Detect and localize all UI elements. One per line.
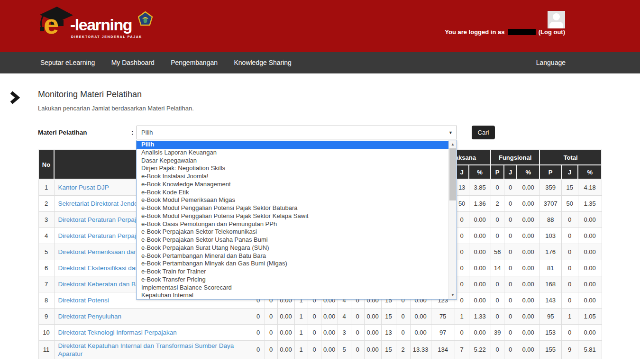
dropdown-option[interactable]: e-Book Kode Etik xyxy=(137,189,448,197)
elearning-logo[interactable]: e -learning DIREKTORAT JENDERAL PAJAK xyxy=(33,0,161,52)
value-cell: 14 xyxy=(491,260,504,276)
dropdown-option[interactable]: e-Book Modul Pemeriksaan Migas xyxy=(137,196,448,204)
row-number-cell: 4 xyxy=(38,228,54,244)
value-cell: 0.00 xyxy=(517,260,539,276)
row-number-cell: 2 xyxy=(38,195,54,211)
value-cell: 0.00 xyxy=(517,244,539,260)
value-cell: 0.00 xyxy=(410,308,431,324)
scroll-up-arrow-icon[interactable]: ▲ xyxy=(449,141,457,148)
table-row: 10Direktorat Teknologi Informasi Perpaja… xyxy=(38,324,602,340)
row-number-cell: 6 xyxy=(38,260,54,276)
value-cell: 81 xyxy=(539,260,561,276)
dropdown-option[interactable]: e-Book Train for Trainer xyxy=(137,268,448,276)
value-cell: 134 xyxy=(431,340,455,359)
dropdown-option[interactable]: Implementasi Balance Scorecard xyxy=(137,284,448,292)
cari-button[interactable]: Cari xyxy=(472,126,495,139)
dropdown-option[interactable]: e-Book Perpajakan Sektor Telekomunikasi xyxy=(137,228,448,236)
unit-link[interactable]: Sekretariat Direktorat Jenderal xyxy=(58,200,145,207)
dropdown-option[interactable]: e-Book Modul Penggalian Potensi Pajak Se… xyxy=(137,212,448,220)
value-cell: 0.00 xyxy=(469,324,491,340)
table-row: 11Direktorat Kepatuhan Internal dan Tran… xyxy=(38,340,602,359)
row-number-cell: 9 xyxy=(38,308,54,324)
dropdown-option[interactable]: e-Book Oasis Pemotongan dan Pemungutan P… xyxy=(137,220,448,228)
unit-link[interactable]: Direktorat Kepatuhan Internal dan Transf… xyxy=(58,342,234,357)
dropdown-option[interactable]: e-Book Instalasi Joomla! xyxy=(137,173,448,181)
value-cell: 0 xyxy=(265,308,277,324)
dropdown-option[interactable]: Pilih xyxy=(137,141,448,149)
dropdown-option[interactable]: e-Book Knowledge Management xyxy=(137,181,448,189)
dropdown-option[interactable]: Dasar Kepegawaian xyxy=(137,157,448,165)
sub-header: % xyxy=(517,165,539,179)
unit-link[interactable]: Direktorat Penyuluhan xyxy=(58,313,122,320)
dropdown-option[interactable]: Dirjen Pajak: Negotiation Skills xyxy=(137,164,448,173)
unit-link[interactable]: Direktorat Potensi xyxy=(58,297,109,304)
value-cell: 0.00 xyxy=(578,292,602,308)
value-cell: 0.00 xyxy=(517,324,539,340)
value-cell: 1 xyxy=(561,308,578,324)
value-cell: 0 xyxy=(455,324,469,340)
value-cell: 1.05 xyxy=(578,308,602,324)
sub-header: J xyxy=(561,165,578,179)
row-number-cell: 7 xyxy=(38,276,54,292)
scrollbar-thumb[interactable] xyxy=(449,148,456,200)
row-number-cell: 11 xyxy=(38,340,54,359)
nav-item-pengembangan[interactable]: Pengembangan xyxy=(164,52,225,73)
avatar[interactable] xyxy=(548,11,565,28)
value-cell: 1 xyxy=(294,308,308,324)
value-cell: 103 xyxy=(539,228,561,244)
value-cell: 0.00 xyxy=(469,292,491,308)
dropdown-option[interactable]: e-Book Perpajakan Sektor Usaha Panas Bum… xyxy=(137,236,448,244)
value-cell: 2 xyxy=(491,195,504,211)
nav-item-seputar-elearning[interactable]: Seputar eLearning xyxy=(33,52,102,73)
row-number-cell: 8 xyxy=(38,292,54,308)
value-cell: 0.00 xyxy=(517,228,539,244)
value-cell: 0.00 xyxy=(469,211,491,228)
value-cell: 0 xyxy=(252,324,265,340)
main-nav: Seputar eLearning My Dashboard Pengemban… xyxy=(0,52,640,73)
nav-item-my-dashboard[interactable]: My Dashboard xyxy=(104,52,162,73)
table-row: 9Direktorat Penyuluhan000.00100.00400.00… xyxy=(38,308,602,324)
value-cell: 0 xyxy=(504,244,517,260)
value-cell: 1 xyxy=(455,308,469,324)
unit-link[interactable]: Kantor Pusat DJP xyxy=(58,184,109,191)
dropdown-option[interactable]: e-Book Pertambangan Mineral dan Batu Bar… xyxy=(137,252,448,260)
row-number-cell: 10 xyxy=(38,324,54,340)
dropdown-options-container: PilihAnalisis Laporan KeuanganDasar Kepe… xyxy=(137,141,448,299)
value-cell: 0.00 xyxy=(517,211,539,228)
scroll-down-arrow-icon[interactable]: ▼ xyxy=(449,291,457,299)
value-cell: 0.00 xyxy=(469,260,491,276)
materi-pelatihan-select[interactable]: Pilih ▼ xyxy=(137,126,457,139)
value-cell: 1.35 xyxy=(578,195,602,211)
value-cell: 0 xyxy=(491,308,504,324)
value-cell: 0.00 xyxy=(578,324,602,340)
value-cell: 0.00 xyxy=(277,308,294,324)
value-cell: 0 xyxy=(308,308,321,324)
page-title: Monitoring Materi Pelatihan xyxy=(38,90,142,100)
value-cell: 0 xyxy=(252,340,265,359)
dropdown-scrollbar[interactable]: ▲ ▼ xyxy=(448,140,457,299)
dropdown-option[interactable]: Analisis Laporan Keuangan xyxy=(137,149,448,157)
value-cell: 0 xyxy=(265,340,277,359)
value-cell: 5.81 xyxy=(578,340,602,359)
nav-item-language[interactable]: Language xyxy=(536,52,566,73)
chevron-down-icon: ▼ xyxy=(448,130,453,135)
dropdown-option[interactable]: e-Book Pertambangan Minyak dan Gas Bumi … xyxy=(137,260,448,268)
value-cell: 95 xyxy=(539,308,561,324)
dropdown-option[interactable]: Kepatuhan Internal xyxy=(137,291,448,299)
dropdown-option[interactable]: e-Book Modul Penggalian Potensi Pajak Se… xyxy=(137,204,448,212)
materi-pelatihan-label: Materi Pelatihan xyxy=(38,129,87,136)
value-cell: 1.33 xyxy=(469,308,491,324)
dropdown-option[interactable]: e-Book Transfer Pricing xyxy=(137,276,448,284)
nav-item-knowledge-sharing[interactable]: Knowledge Sharing xyxy=(227,52,298,73)
value-cell: 0.00 xyxy=(578,276,602,292)
chevron-right-icon xyxy=(9,91,20,104)
value-cell: 0.00 xyxy=(410,324,431,340)
value-cell: 0 xyxy=(504,324,517,340)
value-cell: 5.22 xyxy=(469,340,491,359)
logout-link[interactable]: (Log out) xyxy=(539,28,565,36)
unit-cell: Direktorat Teknologi Informasi Perpajaka… xyxy=(54,324,252,340)
value-cell: 56 xyxy=(491,244,504,260)
group-header: Total xyxy=(539,150,602,165)
unit-link[interactable]: Direktorat Teknologi Informasi Perpajaka… xyxy=(58,329,177,336)
dropdown-option[interactable]: e-Book Perpajakan Surat Utang Negara (SU… xyxy=(137,244,448,252)
